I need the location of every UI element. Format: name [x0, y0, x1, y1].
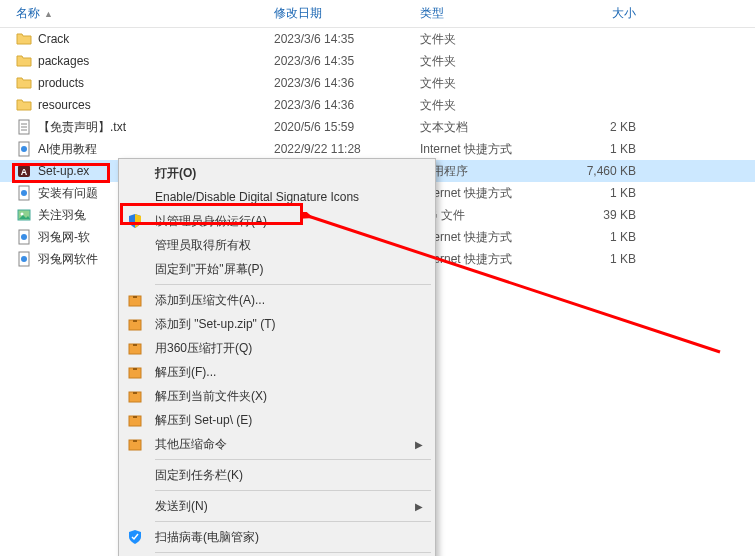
- menu-pintask-label: 固定到任务栏(K): [155, 467, 243, 484]
- url-icon: [16, 185, 32, 201]
- file-type: 文件夹: [420, 75, 556, 92]
- file-size: 1 KB: [556, 252, 656, 266]
- file-name: resources: [38, 98, 91, 112]
- file-type: Internet 快捷方式: [420, 141, 556, 158]
- file-type: Internet 快捷方式: [420, 229, 556, 246]
- file-name: 羽兔网-软: [38, 229, 90, 246]
- file-size: 2 KB: [556, 120, 656, 134]
- file-date: 2023/3/6 14:35: [274, 32, 420, 46]
- menu-takeown-label: 管理员取得所有权: [155, 237, 251, 254]
- file-type: PG 文件: [420, 207, 556, 224]
- menu-other-zip[interactable]: 其他压缩命令 ▶: [121, 432, 433, 456]
- svg-point-15: [21, 256, 27, 262]
- file-name: 【免责声明】.txt: [38, 119, 126, 136]
- file-date: 2022/9/22 11:28: [274, 142, 420, 156]
- archive-icon: [127, 388, 143, 404]
- svg-rect-19: [133, 296, 137, 298]
- file-date: 2023/3/6 14:36: [274, 98, 420, 112]
- menu-scan-virus[interactable]: 扫描病毒(电脑管家): [121, 525, 433, 549]
- menu-send-to[interactable]: 发送到(N) ▶: [121, 494, 433, 518]
- file-row[interactable]: AI使用教程2022/9/22 11:28Internet 快捷方式1 KB: [0, 138, 755, 160]
- file-row[interactable]: resources2023/3/6 14:36文件夹: [0, 94, 755, 116]
- menu-separator: [155, 552, 431, 553]
- col-size[interactable]: 大小: [556, 5, 656, 22]
- menu-otherzip-label: 其他压缩命令: [155, 436, 227, 453]
- file-size: 7,460 KB: [556, 164, 656, 178]
- url-icon: [16, 251, 32, 267]
- column-headers: 名称 ▲ 修改日期 类型 大小: [0, 0, 755, 28]
- file-size: 39 KB: [556, 208, 656, 222]
- file-size: 1 KB: [556, 186, 656, 200]
- col-name-label: 名称: [16, 5, 40, 22]
- menu-open-label: 打开(O): [155, 165, 196, 182]
- col-type[interactable]: 类型: [420, 5, 556, 22]
- svg-rect-29: [133, 416, 137, 418]
- file-name: products: [38, 76, 84, 90]
- file-type: 应用程序: [420, 163, 556, 180]
- menu-pin-start[interactable]: 固定到"开始"屏幕(P): [121, 257, 433, 281]
- col-name[interactable]: 名称 ▲: [16, 5, 274, 22]
- menu-pinstart-label: 固定到"开始"屏幕(P): [155, 261, 264, 278]
- svg-rect-21: [133, 320, 137, 322]
- menu-addzip-label: 添加到 "Set-up.zip" (T): [155, 316, 276, 333]
- folder-icon: [16, 75, 32, 91]
- file-row[interactable]: Crack2023/3/6 14:35文件夹: [0, 28, 755, 50]
- folder-icon: [16, 97, 32, 113]
- file-size: 1 KB: [556, 142, 656, 156]
- jpg-icon: [16, 207, 32, 223]
- svg-rect-31: [133, 440, 137, 442]
- chevron-right-icon: ▶: [415, 501, 423, 512]
- menu-open360-label: 用360压缩打开(Q): [155, 340, 252, 357]
- svg-text:A: A: [21, 167, 28, 177]
- menu-separator: [155, 521, 431, 522]
- file-date: 2023/3/6 14:36: [274, 76, 420, 90]
- file-date: 2020/5/6 15:59: [274, 120, 420, 134]
- shield-check-icon: [127, 529, 143, 545]
- svg-rect-27: [133, 392, 137, 394]
- file-row[interactable]: packages2023/3/6 14:35文件夹: [0, 50, 755, 72]
- file-type: 文件夹: [420, 53, 556, 70]
- menu-sig-label: Enable/Disable Digital Signature Icons: [155, 190, 359, 204]
- shield-icon: [127, 213, 143, 229]
- menu-digital-signature[interactable]: Enable/Disable Digital Signature Icons: [121, 185, 433, 209]
- menu-open[interactable]: 打开(O): [121, 161, 433, 185]
- file-type: Internet 快捷方式: [420, 185, 556, 202]
- txt-icon: [16, 119, 32, 135]
- archive-icon: [127, 340, 143, 356]
- file-row[interactable]: 【免责声明】.txt2020/5/6 15:59文本文档2 KB: [0, 116, 755, 138]
- archive-icon: [127, 316, 143, 332]
- archive-icon: [127, 436, 143, 452]
- svg-rect-23: [133, 344, 137, 346]
- file-type: 文件夹: [420, 97, 556, 114]
- folder-icon: [16, 31, 32, 47]
- svg-rect-25: [133, 368, 137, 370]
- menu-open-360[interactable]: 用360压缩打开(Q): [121, 336, 433, 360]
- menu-run-as-admin[interactable]: 以管理员身份运行(A): [121, 209, 433, 233]
- menu-add-zip[interactable]: 添加到 "Set-up.zip" (T): [121, 312, 433, 336]
- file-name: packages: [38, 54, 89, 68]
- menu-add-archive[interactable]: 添加到压缩文件(A)...: [121, 288, 433, 312]
- sort-asc-icon: ▲: [44, 9, 53, 19]
- menu-pin-taskbar[interactable]: 固定到任务栏(K): [121, 463, 433, 487]
- archive-icon: [127, 412, 143, 428]
- menu-sendto-label: 发送到(N): [155, 498, 208, 515]
- file-name: 安装有问题: [38, 185, 98, 202]
- menu-separator: [155, 284, 431, 285]
- url-icon: [16, 141, 32, 157]
- menu-extract-here[interactable]: 解压到当前文件夹(X): [121, 384, 433, 408]
- menu-separator: [155, 490, 431, 491]
- menu-take-ownership[interactable]: 管理员取得所有权: [121, 233, 433, 257]
- file-name: AI使用教程: [38, 141, 97, 158]
- file-name: 关注羽兔: [38, 207, 86, 224]
- url-icon: [16, 229, 32, 245]
- menu-extract-setup[interactable]: 解压到 Set-up\ (E): [121, 408, 433, 432]
- menu-extract-to[interactable]: 解压到(F)...: [121, 360, 433, 384]
- menu-runas-label: 以管理员身份运行(A): [155, 213, 267, 230]
- archive-icon: [127, 292, 143, 308]
- col-date[interactable]: 修改日期: [274, 5, 420, 22]
- file-name: Crack: [38, 32, 69, 46]
- file-name: Set-up.ex: [38, 164, 89, 178]
- context-menu: 打开(O) Enable/Disable Digital Signature I…: [118, 158, 436, 556]
- menu-extractsetup-label: 解压到 Set-up\ (E): [155, 412, 252, 429]
- file-row[interactable]: products2023/3/6 14:36文件夹: [0, 72, 755, 94]
